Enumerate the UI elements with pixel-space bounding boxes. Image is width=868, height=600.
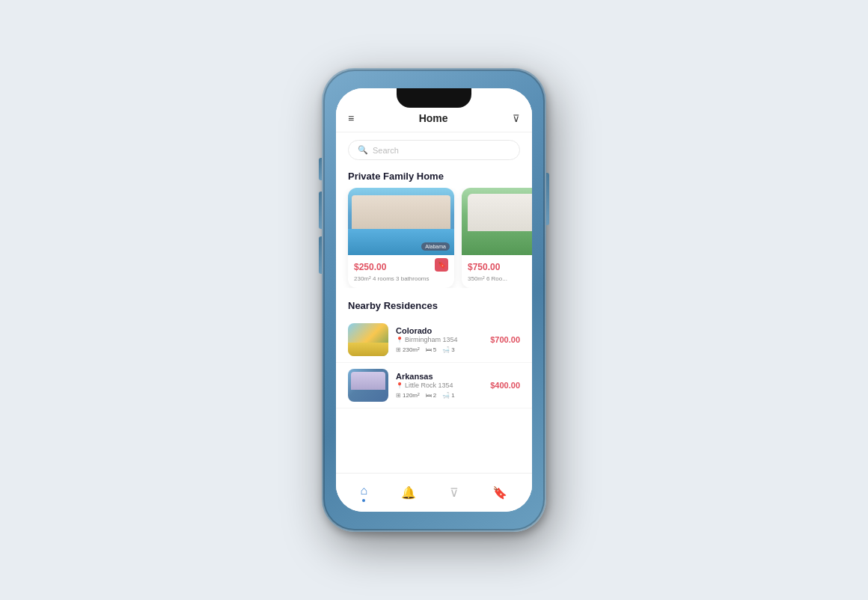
nav-filter[interactable]: ⊽: [442, 481, 466, 504]
card-1-image: Alabama: [348, 188, 454, 255]
card-2-image: [462, 188, 532, 255]
bell-nav-icon: 🔔: [401, 486, 416, 500]
nearby-address-text-2: Little Rock 1354: [405, 382, 453, 389]
spec-baths-2: 🛁 1: [442, 392, 454, 399]
volume-up-button: [319, 192, 322, 229]
nearby-name-1: Colorado: [396, 326, 483, 335]
nav-home-dot: [362, 499, 365, 502]
home-nav-icon: ⌂: [361, 484, 368, 498]
app-content: ≡ Home ⊽ 🔍 Search Private Family Home: [336, 88, 532, 512]
bookmark-nav-icon: 🔖: [492, 486, 507, 500]
area-icon-2: ⊞: [396, 392, 401, 399]
nearby-info-1: Colorado 📍 Birmingham 1354 ⊞ 230m²: [396, 326, 483, 353]
card-1-price: $250.00: [354, 262, 386, 272]
nearby-img-1-bg: [348, 323, 388, 356]
nav-notifications[interactable]: 🔔: [394, 481, 424, 504]
spec-area-2: ⊞ 120m²: [396, 392, 420, 399]
card-2-body: $750.00 350m² 6 Roo...: [462, 255, 532, 288]
nearby-img-1: [348, 323, 388, 356]
nearby-section-title: Nearby Residences: [336, 296, 532, 317]
search-placeholder: Search: [373, 146, 399, 155]
nearby-item-1[interactable]: Colorado 📍 Birmingham 1354 ⊞ 230m²: [336, 317, 532, 363]
bookmark-icon: 🔖: [438, 261, 446, 269]
featured-section-title: Private Family Home: [336, 166, 532, 188]
power-button: [546, 173, 549, 225]
nav-home[interactable]: ⌂: [353, 480, 376, 506]
property-card-2[interactable]: $750.00 350m² 6 Roo...: [462, 188, 532, 288]
baths-val-2: 1: [451, 392, 454, 399]
area-icon-1: ⊞: [396, 346, 401, 353]
rooms-icon-2: 🛏: [426, 392, 432, 399]
nearby-specs-2: ⊞ 120m² 🛏 2 🛁 1: [396, 392, 483, 399]
bottom-nav: ⌂ 🔔 ⊽ 🔖: [336, 473, 532, 512]
nearby-name-2: Arkansas: [396, 372, 483, 381]
card-1-bookmark-button[interactable]: 🔖: [435, 258, 448, 272]
spec-area-1: ⊞ 230m²: [396, 346, 420, 353]
area-val-2: 120m²: [403, 392, 420, 399]
phone-screen: ≡ Home ⊽ 🔍 Search Private Family Home: [336, 88, 532, 512]
spec-rooms-2: 🛏 2: [426, 392, 436, 399]
menu-icon[interactable]: ≡: [348, 113, 354, 123]
phone-notch: [397, 88, 471, 108]
filter-nav-icon: ⊽: [450, 486, 459, 500]
nearby-info-2: Arkansas 📍 Little Rock 1354 ⊞ 120m²: [396, 372, 483, 399]
nearby-address-text-1: Birmingham 1354: [405, 336, 458, 343]
phone-mockup: ≡ Home ⊽ 🔍 Search Private Family Home: [239, 23, 629, 577]
card-2-details: 350m² 6 Roo...: [468, 275, 532, 282]
nearby-section: Nearby Residences Colorado 📍 Birmingham …: [336, 288, 532, 408]
area-val-1: 230m²: [403, 346, 420, 353]
featured-cards-row: Alabama $250.00 🔖 230m² 4 rooms 3 bathro…: [336, 188, 532, 288]
card-1-body: $250.00 🔖 230m² 4 rooms 3 bathrooms: [348, 255, 454, 288]
spec-baths-1: 🛁 3: [442, 346, 454, 353]
rooms-val-1: 5: [433, 346, 436, 353]
nearby-address-2: 📍 Little Rock 1354: [396, 382, 483, 389]
card-2-price: $750.00: [468, 262, 500, 272]
spec-rooms-1: 🛏 5: [426, 346, 436, 353]
nearby-price-1: $700.00: [490, 335, 520, 344]
phone-shell: ≡ Home ⊽ 🔍 Search Private Family Home: [322, 68, 546, 532]
pin-icon-2: 📍: [396, 382, 403, 389]
pin-icon-1: 📍: [396, 337, 403, 343]
nearby-specs-1: ⊞ 230m² 🛏 5 🛁 3: [396, 346, 483, 353]
rooms-val-2: 2: [433, 392, 436, 399]
search-icon: 🔍: [358, 145, 368, 155]
rooms-icon-1: 🛏: [426, 346, 432, 353]
baths-val-1: 3: [451, 346, 454, 353]
nearby-item-2[interactable]: Arkansas 📍 Little Rock 1354 ⊞ 120m²: [336, 363, 532, 408]
nearby-price-2: $400.00: [490, 381, 520, 390]
baths-icon-2: 🛁: [442, 392, 450, 399]
nav-saved[interactable]: 🔖: [485, 481, 515, 504]
header-title: Home: [419, 112, 448, 124]
baths-icon-1: 🛁: [442, 346, 450, 353]
volume-down-button: [319, 236, 322, 274]
property-card-1[interactable]: Alabama $250.00 🔖 230m² 4 rooms 3 bathro…: [348, 188, 454, 288]
filter-icon[interactable]: ⊽: [513, 113, 520, 124]
nearby-address-1: 📍 Birmingham 1354: [396, 336, 483, 343]
nearby-img-2-bg: [348, 369, 388, 402]
card-1-details: 230m² 4 rooms 3 bathrooms: [354, 275, 448, 282]
search-bar[interactable]: 🔍 Search: [348, 140, 520, 160]
card-1-location-badge: Alabama: [421, 242, 450, 251]
nearby-img-2: [348, 369, 388, 402]
mute-button: [319, 158, 322, 180]
card-2-img-bg: [462, 188, 532, 255]
